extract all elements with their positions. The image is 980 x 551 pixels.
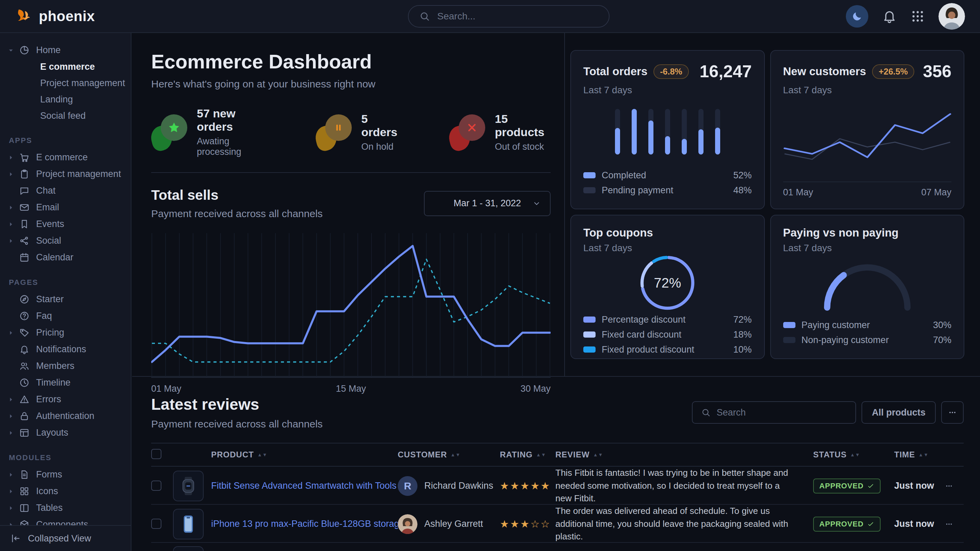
sidebar-item-layouts[interactable]: Layouts	[0, 424, 131, 441]
sort-icon: ▲▼	[593, 453, 603, 456]
sidebar-item-pricing[interactable]: Pricing	[0, 324, 131, 341]
column-header-customer[interactable]: CUSTOMER▲▼	[398, 450, 500, 459]
reviews-search-input[interactable]	[716, 407, 847, 418]
column-header-review[interactable]: REVIEW▲▼	[555, 450, 813, 459]
row-checkbox[interactable]	[151, 481, 161, 491]
sidebar-item-chat[interactable]: Chat	[0, 183, 131, 199]
sidebar-item-members[interactable]: Members	[0, 358, 131, 374]
sidebar-nav: HomeE commerceProject managementLandingS…	[0, 42, 131, 533]
total-orders-card: Total orders -6.8% 16,247 Last 7 days	[570, 50, 765, 209]
theme-toggle-button[interactable]	[846, 5, 868, 27]
sidebar-item-calendar[interactable]: Calendar	[0, 249, 131, 266]
product-link[interactable]: iPhone 13 pro max-Pacific Blue-128GB sto…	[211, 519, 398, 529]
sidebar-item-label: Home	[36, 45, 60, 56]
bell-icon	[882, 9, 897, 24]
column-header-time[interactable]: TIME▲▼	[894, 450, 945, 459]
caret-right-icon	[8, 238, 19, 245]
product-thumbnail	[173, 509, 204, 540]
sidebar-item-email[interactable]: Email	[0, 199, 131, 216]
reviews-table-header: PRODUCT▲▼ CUSTOMER▲▼ RATING▲▼ REVIEW▲▼ S…	[151, 443, 964, 467]
sidebar-item-events[interactable]: Events	[0, 216, 131, 232]
order-bar-5	[698, 109, 703, 154]
x-label-start: 01 May	[151, 384, 181, 394]
global-search[interactable]	[408, 5, 609, 27]
star-icon	[161, 114, 187, 141]
check-icon	[867, 520, 875, 528]
paying-legend-item-0: Paying customer 30%	[783, 318, 952, 332]
row-menu-button[interactable]	[945, 481, 953, 491]
sidebar-item-tables[interactable]: Tables	[0, 500, 131, 516]
select-all-checkbox[interactable]	[151, 449, 161, 459]
legend-value: 30%	[933, 320, 951, 330]
brand-logo[interactable]: phoenix	[15, 7, 95, 25]
stat-0-art	[151, 114, 188, 151]
user-avatar[interactable]	[939, 3, 965, 30]
collapse-left-icon	[10, 533, 21, 544]
question-circle-icon	[19, 311, 36, 321]
table-columns-icon	[19, 503, 36, 513]
global-search-input[interactable]	[437, 11, 599, 22]
sidebar-subitem-e-commerce[interactable]: E commerce	[0, 59, 131, 75]
users-icon	[19, 361, 36, 371]
paying-vs-non-paying-card: Paying vs non paying Last 7 days Paying …	[770, 215, 965, 359]
reviews-more-button[interactable]	[941, 401, 964, 424]
caret-down-icon	[8, 47, 19, 54]
top-navbar: phoenix	[0, 0, 980, 33]
top-coupons-donut-chart: 72%	[583, 254, 752, 312]
share-icon	[19, 235, 36, 246]
sidebar-subitem-landing[interactable]: Landing	[0, 91, 131, 108]
sidebar-item-forms[interactable]: Forms	[0, 466, 131, 483]
date-range-select[interactable]: Mar 1 - 31, 2022	[424, 191, 550, 216]
column-header-status[interactable]: STATUS▲▼	[813, 450, 894, 459]
check-icon	[867, 482, 875, 490]
reviews-table: PRODUCT▲▼ CUSTOMER▲▼ RATING▲▼ REVIEW▲▼ S…	[151, 443, 964, 551]
sidebar-item-faq[interactable]: Faq	[0, 308, 131, 324]
stat-0: 57 new orders Awating processing	[151, 107, 265, 157]
stat-0-value: 57 new orders	[197, 107, 265, 133]
sidebar-item-social[interactable]: Social	[0, 232, 131, 249]
product-link[interactable]: Fitbit Sense Advanced Smartwatch with To…	[211, 481, 398, 491]
sidebar-item-errors[interactable]: Errors	[0, 391, 131, 408]
brand-name: phoenix	[39, 8, 95, 24]
all-products-button[interactable]: All products	[862, 401, 936, 424]
sidebar-item-home[interactable]: Home	[0, 42, 131, 59]
topbar-actions	[846, 3, 965, 30]
compass-icon	[19, 294, 36, 305]
column-header-rating[interactable]: RATING▲▼	[500, 450, 555, 459]
order-bar-2	[648, 109, 654, 154]
sidebar-item-authentication[interactable]: Authentication	[0, 408, 131, 424]
legend-swatch	[583, 346, 595, 353]
sidebar-item-label: Events	[36, 219, 64, 229]
page-title: Ecommerce Dashboard	[151, 50, 550, 73]
row-checkbox[interactable]	[151, 519, 161, 529]
sidebar-item-notifications[interactable]: Notifications	[0, 341, 131, 358]
ecommerce-dashboard-app: phoenix HomeE commerceProject management	[0, 0, 980, 551]
customer-avatar	[398, 514, 417, 534]
status-badge: APPROVED	[813, 517, 881, 532]
sidebar: HomeE commerceProject managementLandingS…	[0, 33, 131, 551]
sidebar-subitem-social-feed[interactable]: Social feed	[0, 108, 131, 124]
sidebar-item-starter[interactable]: Starter	[0, 291, 131, 308]
clipboard-icon	[19, 169, 36, 179]
bell-icon	[19, 344, 36, 355]
phoenix-logo-icon	[15, 7, 33, 25]
sidebar-item-project-management[interactable]: Project management	[0, 166, 131, 183]
legend-label: Pending payment	[602, 185, 673, 196]
column-header-product[interactable]: PRODUCT▲▼	[211, 450, 398, 459]
row-menu-button[interactable]	[945, 520, 953, 529]
apps-grid-button[interactable]	[910, 9, 925, 24]
legend-value: 52%	[733, 170, 751, 181]
sort-icon: ▲▼	[258, 453, 268, 456]
dashboard-left-column: Ecommerce Dashboard Here's what's going …	[132, 33, 564, 376]
stat-1-art	[316, 114, 352, 151]
reviews-search[interactable]	[692, 401, 856, 424]
collapsed-view-toggle[interactable]: Collapsed View	[0, 525, 131, 551]
sidebar-item-timeline[interactable]: Timeline	[0, 374, 131, 391]
sidebar-item-icons[interactable]: Icons	[0, 483, 131, 500]
notifications-button[interactable]	[882, 9, 897, 24]
sidebar-item-e-commerce[interactable]: E commerce	[0, 149, 131, 166]
sidebar-subitem-project-management[interactable]: Project management	[0, 75, 131, 91]
total-sells-title: Total sells	[151, 187, 323, 203]
stat-2: 15 products Out of stock	[449, 107, 550, 157]
stat-1-value: 5 orders	[361, 112, 399, 139]
